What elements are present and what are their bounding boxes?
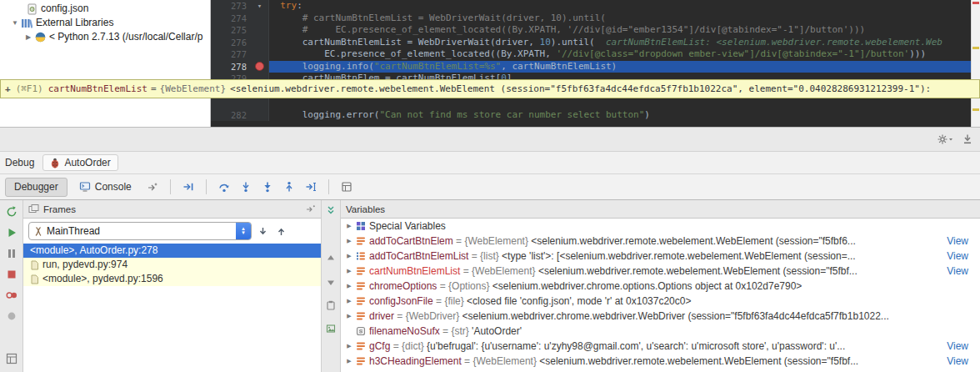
variable-row[interactable]: ▶h3CHeadingElement = {WebElement} <selen… bbox=[341, 354, 980, 369]
variable-row[interactable]: ▶driver = {WebDriver} <selenium.webdrive… bbox=[341, 309, 980, 324]
object-icon bbox=[354, 341, 367, 351]
pause-button[interactable] bbox=[5, 247, 18, 260]
sort-down-icon[interactable] bbox=[325, 276, 337, 288]
code-line[interactable]: 282 logging.error("Can not find ms store… bbox=[211, 109, 971, 122]
step-into-my-code-icon[interactable] bbox=[258, 178, 277, 196]
image-icon[interactable] bbox=[325, 323, 337, 334]
stop-button[interactable] bbox=[5, 268, 18, 281]
expand-arrow-icon[interactable]: ▶ bbox=[344, 219, 354, 234]
view-link[interactable]: View bbox=[947, 234, 968, 249]
view-link[interactable]: View bbox=[947, 249, 968, 264]
stack-frame[interactable]: run, pydevd.py:974 bbox=[23, 258, 321, 272]
expand-arrow-icon[interactable]: ▶ bbox=[344, 234, 354, 249]
expand-arrow-icon[interactable]: ▶ bbox=[344, 279, 354, 294]
tree-item[interactable]: ▶< Python 2.7.13 (/usr/local/Cellar/p bbox=[0, 30, 210, 44]
code-line[interactable]: 275 # EC.presence_of_element_located((By… bbox=[211, 24, 971, 37]
code-line[interactable]: 273▾ try: bbox=[211, 0, 971, 13]
combo-arrows-icon[interactable]: ▲▼ bbox=[236, 222, 251, 240]
code-line[interactable]: 277 EC.presence_of_element_located((By.X… bbox=[211, 48, 971, 61]
line-number: 282 bbox=[211, 109, 251, 122]
hide-window-icon[interactable] bbox=[962, 133, 973, 145]
code-text: # cartNumBtnElemList = WebDriverWait(dri… bbox=[269, 13, 971, 25]
expand-arrow-icon[interactable]: ▶ bbox=[344, 354, 354, 369]
warning-stripe-mark[interactable] bbox=[972, 47, 979, 49]
thread-selector[interactable]: MainThread ▲▼ bbox=[28, 222, 252, 240]
variable-row[interactable]: ▶gCfg = {dict} {u'befrugal': {u'username… bbox=[341, 339, 980, 354]
view-link[interactable]: View bbox=[947, 339, 968, 354]
editor-error-stripe[interactable] bbox=[971, 0, 980, 127]
code-line[interactable] bbox=[211, 97, 971, 109]
restore-layout-icon[interactable] bbox=[305, 204, 316, 214]
frame-up-icon[interactable] bbox=[273, 224, 288, 239]
mute-breakpoints-button[interactable] bbox=[5, 309, 18, 323]
equals-sign: = bbox=[390, 339, 402, 354]
view-breakpoints-button[interactable] bbox=[5, 289, 18, 302]
gutter-cell bbox=[251, 24, 269, 37]
rerun-button[interactable] bbox=[5, 205, 18, 219]
breakpoint-icon[interactable] bbox=[251, 61, 269, 73]
tree-item[interactable]: ▼External Libraries bbox=[0, 16, 210, 30]
tab-debugger[interactable]: Debugger bbox=[5, 178, 68, 197]
fold-marker-icon[interactable]: ▾ bbox=[251, 0, 269, 13]
toolbar-separator bbox=[206, 179, 207, 194]
settings-gear-icon[interactable] bbox=[937, 133, 953, 145]
code-text: EC.presence_of_element_located((By.XPATH… bbox=[269, 48, 971, 61]
tab-console[interactable]: Console bbox=[71, 178, 140, 197]
step-out-icon[interactable] bbox=[280, 178, 298, 196]
evaluate-expression-icon[interactable] bbox=[338, 178, 356, 196]
resume-button[interactable] bbox=[5, 226, 18, 239]
variable-row[interactable]: ▶addToCartBtnElem = {WebElement} <seleni… bbox=[341, 234, 980, 249]
tree-item[interactable]: config.json bbox=[0, 2, 210, 16]
tooltip-expand-toggle[interactable]: + bbox=[5, 83, 11, 94]
expand-arrow-icon[interactable]: ▶ bbox=[344, 294, 354, 309]
expand-arrow-icon[interactable]: ▶ bbox=[344, 369, 354, 372]
view-link[interactable]: View bbox=[947, 369, 968, 372]
expand-arrow-icon[interactable]: ▶ bbox=[23, 30, 33, 44]
view-link[interactable]: View bbox=[947, 354, 968, 369]
code-line[interactable]: 276 cartNumBtnElemList = WebDriverWait(d… bbox=[211, 37, 971, 49]
execution-line[interactable]: 278 logging.info("cartNumBtnElemList=%s"… bbox=[211, 61, 971, 73]
code-line[interactable]: 274 # cartNumBtnElemList = WebDriverWait… bbox=[211, 13, 971, 25]
error-stripe-mark[interactable] bbox=[972, 2, 979, 4]
variable-row[interactable]: ▶h3CHeadingElementList = {list} <type 'l… bbox=[341, 369, 980, 372]
variable-row[interactable]: ▶Special Variables bbox=[341, 219, 980, 234]
run-config-tab[interactable]: AutoOrder bbox=[42, 154, 118, 171]
collapse-arrow-icon[interactable]: ▼ bbox=[10, 16, 20, 30]
expand-arrow-icon[interactable]: ▶ bbox=[344, 309, 354, 324]
variable-row[interactable]: ▶addToCartBtnElemList = {list} <type 'li… bbox=[341, 249, 980, 264]
show-execution-point-icon[interactable] bbox=[179, 178, 198, 196]
code-editor[interactable]: 273▾ try:274 # cartNumBtnElemList = WebD… bbox=[211, 0, 971, 127]
variable-value: <selenium.webdriver.chrome.options.Optio… bbox=[492, 279, 968, 294]
variable-value: <type 'list'>: [<selenium.webdriver.remo… bbox=[510, 369, 940, 372]
sort-up-icon[interactable] bbox=[325, 253, 337, 264]
step-over-icon[interactable] bbox=[215, 178, 233, 196]
variable-row[interactable]: filenameNoSufx = {str} 'AutoOrder' bbox=[341, 324, 980, 339]
double-chevron-icon[interactable] bbox=[325, 204, 337, 216]
variable-row[interactable]: ▶chromeOptions = {Options} <selenium.web… bbox=[341, 279, 980, 294]
view-link[interactable]: View bbox=[947, 264, 968, 279]
editor-area: config.json▼External Libraries▶< Python … bbox=[0, 0, 980, 127]
tab-label: Debugger bbox=[14, 181, 58, 193]
variable-row[interactable]: ▶configJsonFile = {file} <closed file 'c… bbox=[341, 294, 980, 309]
expand-arrow-icon[interactable]: ▶ bbox=[344, 249, 354, 264]
frame-down-icon[interactable] bbox=[255, 224, 270, 239]
tooltip-variable-name: cartNumBtnElemList bbox=[48, 83, 148, 94]
frames-side-toolbar bbox=[322, 200, 341, 372]
expand-arrow-icon[interactable]: ▶ bbox=[344, 264, 354, 279]
variable-row[interactable]: ▶cartNumBtnElemList = {WebElement} <sele… bbox=[341, 264, 980, 279]
project-tree: config.json▼External Libraries▶< Python … bbox=[0, 0, 211, 127]
clipboard-icon[interactable] bbox=[325, 299, 337, 311]
variable-value: <type 'list'>: [<selenium.webdriver.remo… bbox=[502, 249, 940, 264]
warning-stripe-mark[interactable] bbox=[972, 108, 979, 111]
restore-layout-button[interactable] bbox=[5, 352, 18, 365]
frames-icon bbox=[28, 204, 39, 214]
stack-frame[interactable]: <module>, pydevd.py:1596 bbox=[23, 272, 321, 286]
run-to-cursor-icon[interactable] bbox=[302, 178, 320, 196]
stack-frame[interactable]: <module>, AutoOrder.py:278 bbox=[23, 244, 321, 258]
expand-arrow-icon[interactable]: ▶ bbox=[344, 339, 354, 354]
variable-type: {WebElement} bbox=[464, 234, 531, 249]
line-number: 276 bbox=[211, 37, 251, 49]
pin-icon[interactable] bbox=[143, 178, 162, 196]
tooltip-equals: = bbox=[151, 83, 157, 94]
step-into-icon[interactable] bbox=[237, 178, 255, 196]
